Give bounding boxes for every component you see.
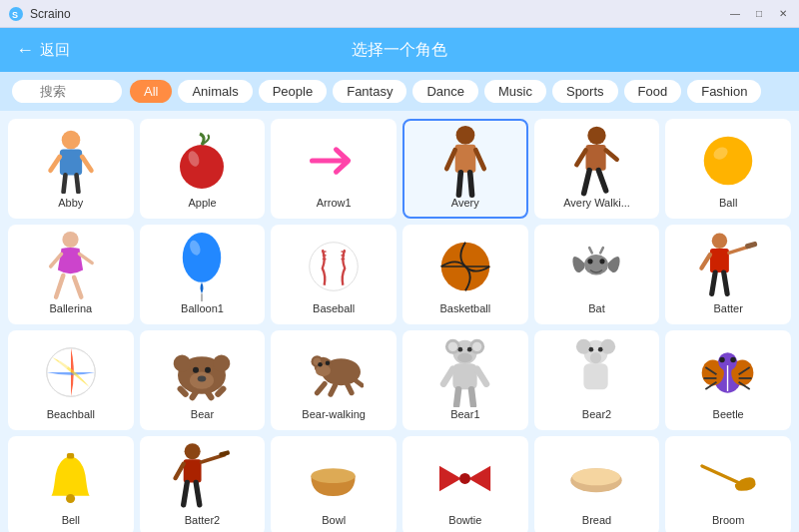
- svg-point-46: [712, 234, 727, 249]
- svg-point-2: [62, 130, 81, 149]
- svg-line-66: [193, 392, 196, 397]
- sprite-image: [435, 448, 495, 508]
- sprite-card-bowtie[interactable]: Bowtie: [402, 436, 528, 532]
- sprite-label: Bowl: [322, 514, 346, 526]
- sprite-label: Balloon1: [181, 302, 224, 314]
- sprite-label: Bear1: [450, 408, 479, 420]
- sprite-label: Bowtie: [448, 514, 481, 526]
- sprite-card-abby[interactable]: Abby: [8, 119, 134, 219]
- filter-btn-dance[interactable]: Dance: [412, 80, 478, 103]
- sprite-label: Apple: [188, 197, 216, 209]
- svg-line-65: [181, 389, 186, 394]
- svg-line-5: [82, 156, 91, 170]
- sprite-image: [172, 448, 232, 508]
- sprite-label: Bear2: [582, 408, 611, 420]
- app-title: Scraino: [30, 7, 71, 21]
- svg-rect-3: [60, 149, 82, 175]
- sprite-card-beetle[interactable]: Beetle: [665, 330, 791, 430]
- svg-line-18: [576, 150, 585, 165]
- svg-point-95: [601, 339, 616, 354]
- svg-point-57: [174, 354, 191, 371]
- sprite-card-bear2[interactable]: Bear2: [534, 330, 660, 430]
- sprite-card-apple[interactable]: Apple: [140, 119, 266, 219]
- sprite-card-bowl[interactable]: Bowl: [271, 436, 397, 532]
- svg-point-43: [600, 259, 605, 264]
- svg-line-14: [458, 172, 460, 195]
- svg-line-120: [184, 482, 188, 504]
- svg-point-74: [318, 362, 323, 367]
- sprite-grid: Abby Apple Arrow1 Avery Avery Walki... B…: [8, 119, 791, 532]
- sprite-label: Avery Walki...: [563, 197, 630, 209]
- sprite-card-bear-walking[interactable]: Bear-walking: [271, 330, 397, 430]
- svg-line-77: [331, 385, 336, 394]
- filter-btn-all[interactable]: All: [130, 80, 172, 103]
- maximize-button[interactable]: □: [751, 6, 767, 22]
- svg-line-92: [471, 389, 473, 405]
- search-wrapper: 🔍: [12, 80, 122, 103]
- sprite-card-batter[interactable]: Batter: [665, 225, 791, 324]
- sprite-card-ball[interactable]: Ball: [665, 119, 791, 219]
- filter-btn-fashion[interactable]: Fashion: [687, 80, 761, 103]
- svg-line-67: [208, 392, 211, 397]
- svg-line-50: [702, 255, 711, 268]
- svg-line-20: [584, 170, 590, 193]
- svg-point-123: [459, 473, 470, 484]
- svg-line-68: [219, 389, 224, 394]
- svg-point-94: [576, 339, 591, 354]
- filter-buttons: AllAnimalsPeopleFantasyDanceMusicSportsF…: [130, 80, 761, 103]
- sprite-label: Baseball: [313, 302, 355, 314]
- svg-point-62: [193, 367, 199, 373]
- filter-btn-people[interactable]: People: [259, 80, 327, 103]
- svg-point-73: [316, 364, 331, 376]
- svg-point-63: [205, 367, 211, 373]
- sprite-card-batter2[interactable]: Batter2: [140, 436, 266, 532]
- svg-rect-11: [455, 144, 476, 172]
- sprite-card-bear[interactable]: Bear: [140, 330, 266, 430]
- sprite-card-bat[interactable]: Bat: [534, 225, 660, 324]
- sprite-label: Abby: [58, 197, 83, 209]
- filter-btn-fantasy[interactable]: Fantasy: [333, 80, 406, 103]
- sprite-card-basketball[interactable]: Basketball: [402, 225, 528, 324]
- sprite-card-ballerina[interactable]: Ballerina: [8, 225, 134, 324]
- sprite-card-bear1[interactable]: Bear1: [402, 330, 528, 430]
- svg-line-6: [63, 175, 65, 192]
- sprite-card-avery-walki---[interactable]: Avery Walki...: [534, 119, 660, 219]
- sprite-card-arrow1[interactable]: Arrow1: [271, 119, 397, 219]
- svg-line-45: [601, 248, 604, 253]
- sprite-image: [435, 237, 495, 296]
- sprite-label: Bat: [588, 302, 605, 314]
- filter-btn-music[interactable]: Music: [484, 80, 546, 103]
- back-button[interactable]: ← 返回: [16, 40, 70, 61]
- svg-line-28: [74, 277, 81, 297]
- svg-line-19: [606, 150, 617, 159]
- header: ← 返回 选择一个角色: [0, 28, 799, 72]
- sprite-card-avery[interactable]: Avery: [402, 119, 528, 219]
- sprite-card-balloon1[interactable]: Balloon1: [140, 225, 266, 324]
- svg-point-105: [730, 357, 736, 363]
- sprite-card-broom[interactable]: Broom: [665, 436, 791, 532]
- search-input[interactable]: [12, 80, 122, 103]
- sprite-image: [41, 342, 101, 402]
- svg-rect-116: [184, 459, 202, 482]
- minimize-button[interactable]: —: [727, 6, 743, 22]
- svg-point-97: [589, 347, 594, 352]
- sprite-card-bread[interactable]: Bread: [534, 436, 660, 532]
- svg-line-119: [176, 464, 184, 478]
- sprite-card-baseball[interactable]: Baseball: [271, 225, 397, 324]
- svg-line-52: [724, 272, 727, 293]
- sprite-image: [41, 131, 101, 191]
- svg-line-121: [197, 482, 201, 504]
- svg-line-76: [318, 384, 326, 393]
- filter-btn-food[interactable]: Food: [624, 80, 682, 103]
- svg-rect-99: [584, 363, 608, 389]
- filter-btn-animals[interactable]: Animals: [178, 80, 252, 103]
- sprite-card-beachball[interactable]: Beachball: [8, 330, 134, 430]
- sprite-image: [698, 131, 758, 191]
- svg-point-84: [472, 342, 481, 351]
- sprite-label: Bear-walking: [302, 408, 366, 420]
- filter-btn-sports[interactable]: Sports: [552, 80, 618, 103]
- sprite-card-bell[interactable]: Bell: [8, 436, 134, 532]
- sprite-label: Batter: [713, 302, 742, 314]
- sprite-image: [172, 237, 232, 296]
- close-button[interactable]: ✕: [775, 6, 791, 22]
